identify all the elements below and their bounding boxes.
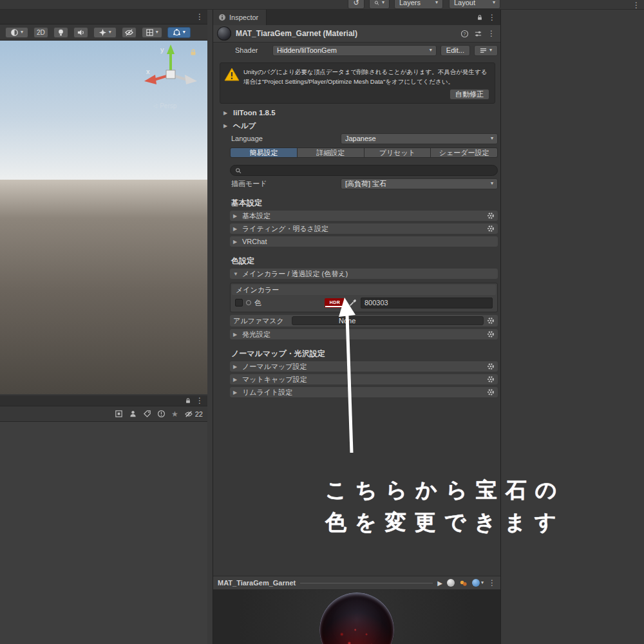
scene-viewport[interactable]: y x ◁ Persp (0, 41, 207, 394)
gear-icon[interactable] (487, 375, 495, 383)
foldout-liltoon-version[interactable]: ▶ lilToon 1.8.5 (213, 106, 500, 119)
hidden-count: 22 (195, 410, 203, 418)
shading-mode-dropdown[interactable]: ▾ (5, 27, 28, 38)
shader-edit-button[interactable]: Edit... (440, 45, 470, 56)
autofix-button[interactable]: 自動修正 (450, 89, 489, 100)
color-hex-field[interactable]: 800303 (361, 298, 493, 308)
normal-map-label: ノーマルマップ設定 (242, 362, 307, 372)
preview-more-icon[interactable]: ⋮ (488, 578, 496, 587)
foldout-arrow-icon: ▼ (233, 271, 239, 277)
help-icon[interactable]: ? (460, 30, 469, 38)
foldout-vrchat[interactable]: ▶ VRChat (230, 236, 498, 247)
gear-icon[interactable] (487, 317, 495, 325)
render-mode-dropdown[interactable]: [高負荷] 宝石 ▾ (341, 178, 498, 189)
help-foldout-label: ヘルプ (233, 121, 256, 131)
tab-simple-settings[interactable]: 簡易設定 (231, 148, 297, 157)
eyedropper-icon[interactable] (348, 298, 357, 307)
toolbar-more-icon[interactable]: ⋮ (632, 1, 640, 10)
dropdown-caret-icon: ▾ (382, 0, 384, 5)
search-button[interactable]: ▾ (369, 0, 390, 9)
lock-icon[interactable] (189, 48, 197, 56)
alpha-mask-row: アルファマスク None (230, 315, 498, 327)
foldout-emission[interactable]: ▶ 発光設定 (230, 329, 498, 339)
gear-icon[interactable] (487, 330, 495, 338)
play-icon[interactable]: ▶ (437, 580, 442, 587)
persp-arrow-icon: ◁ (153, 103, 157, 109)
tab-shader-settings[interactable]: シェーダー設定 (431, 148, 497, 157)
hidden-objects-button[interactable] (122, 27, 137, 38)
emission-label: 発光設定 (242, 330, 270, 339)
scene-effects-dropdown[interactable]: ▾ (93, 27, 117, 38)
scene-ground (0, 180, 207, 394)
lock-icon[interactable] (477, 14, 483, 21)
foldout-arrow-icon: ▶ (223, 123, 229, 129)
layout-label: Layout (454, 0, 475, 6)
shader-list-button[interactable]: ▾ (474, 45, 498, 56)
preview-texture-icon[interactable] (459, 579, 468, 587)
inspector-tab-label: Inspector (229, 14, 258, 21)
gear-icon[interactable] (487, 363, 495, 370)
tab-inspector[interactable]: Inspector (213, 10, 267, 25)
scene-lighting-button[interactable] (53, 27, 68, 38)
presets-icon[interactable] (474, 30, 482, 38)
gizmos-dropdown[interactable]: ▾ (167, 27, 191, 38)
light-sphere-icon (472, 579, 480, 587)
property-search[interactable] (230, 165, 498, 176)
gear-icon[interactable] (487, 388, 495, 396)
material-preview-area[interactable] (213, 590, 500, 644)
2d-toggle-button[interactable]: 2D (33, 27, 48, 38)
annotation-line2: 色を変更できます (325, 506, 565, 538)
lightbulb-icon (57, 28, 65, 37)
hdr-badge: HDR (330, 300, 341, 305)
warning-triangle-icon (224, 68, 240, 82)
foldout-help[interactable]: ▶ ヘルプ (213, 119, 500, 132)
perspective-toggle[interactable]: ◁ Persp (153, 102, 176, 109)
language-value: Japanese (345, 135, 488, 142)
gear-icon[interactable] (487, 225, 495, 232)
star-icon[interactable]: ★ (171, 410, 178, 419)
annotation-caption: こちらから宝石の 色を変更できます (325, 474, 565, 538)
lock-icon[interactable] (185, 397, 191, 404)
person-icon[interactable] (129, 410, 137, 418)
search-input[interactable] (245, 167, 493, 175)
foldout-main-color[interactable]: ▼ メインカラー / 透過設定 (色替え) (230, 269, 498, 279)
frame-icon[interactable] (115, 410, 123, 418)
warning-icon[interactable] (157, 410, 166, 418)
preview-light-dropdown[interactable]: ▾ (472, 579, 484, 587)
shader-label: Shader (235, 46, 269, 54)
refresh-button[interactable]: ↺ (348, 0, 365, 9)
shader-dropdown[interactable]: Hidden/lilToonGem ▾ (272, 45, 437, 56)
dropdown-caret-icon: ▾ (21, 30, 23, 35)
preview-sphere-icon[interactable] (447, 579, 455, 587)
language-dropdown[interactable]: Japanese ▾ (341, 133, 498, 144)
scene-audio-button[interactable] (73, 27, 88, 38)
layers-dropdown[interactable]: Layers ▾ (394, 0, 443, 9)
layout-dropdown[interactable]: Layout ▾ (449, 0, 500, 9)
foldout-normal-map[interactable]: ▶ ノーマルマップ設定 (230, 361, 498, 372)
inspector-more-icon[interactable]: ⋮ (488, 13, 496, 22)
gear-icon[interactable] (487, 212, 495, 220)
scene-camera-dropdown[interactable]: ▾ (142, 27, 162, 38)
main-color-header: メインカラー (232, 285, 496, 295)
scene-toolbar: ▾ 2D ▾ ▾ ▾ (0, 24, 207, 41)
panel-more-icon[interactable]: ⋮ (196, 396, 204, 405)
preview-drag-handle[interactable] (300, 583, 433, 583)
color-checkbox[interactable] (235, 299, 243, 307)
hidden-count-badge[interactable]: 22 (184, 410, 203, 418)
material-sphere-icon (217, 26, 231, 41)
foldout-basic-settings[interactable]: ▶ 基本設定 (230, 211, 498, 221)
material-more-icon[interactable]: ⋮ (488, 29, 495, 38)
scene-more-icon[interactable]: ⋮ (196, 12, 204, 21)
bottom-left-panel: ⋮ ★ 22 (0, 395, 207, 644)
foldout-rimlight[interactable]: ▶ リムライト設定 (230, 387, 498, 397)
tab-presets[interactable]: プリセット (365, 148, 431, 157)
tab-advanced-settings[interactable]: 詳細設定 (298, 148, 364, 157)
material-preview-header[interactable]: MAT_TiaraGem_Garnet ▶ ▾ ⋮ (213, 576, 500, 590)
bottom-left-content (0, 422, 207, 644)
alpha-mask-select[interactable]: None (292, 316, 484, 325)
hdr-color-swatch[interactable]: HDR (325, 298, 345, 308)
tag-icon[interactable] (143, 410, 151, 418)
dropdown-caret-icon: ▾ (109, 30, 111, 35)
foldout-lighting-settings[interactable]: ▶ ライティング・明るさ設定 (230, 223, 498, 234)
foldout-matcap[interactable]: ▶ マットキャップ設定 (230, 374, 498, 384)
